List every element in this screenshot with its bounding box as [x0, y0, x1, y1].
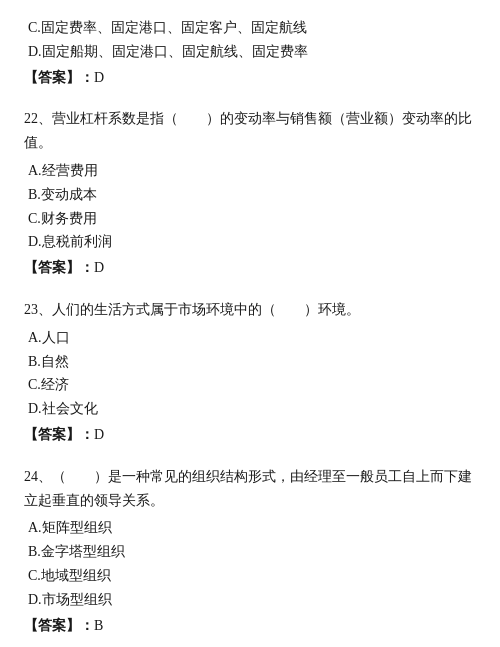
option-c-header: C.固定费率、固定港口、固定客户、固定航线	[28, 16, 476, 40]
answer-value-24: B	[94, 618, 103, 633]
option-23-b: B.自然	[28, 350, 476, 374]
answer-label-24: 【答案】：	[24, 618, 94, 633]
question-title-23: 23、人们的生活方式属于市场环境中的（ ）环境。	[24, 298, 476, 322]
answer-value-22: D	[94, 260, 104, 275]
answer-label-header: 【答案】：	[24, 70, 94, 85]
question-block-header: C.固定费率、固定港口、固定客户、固定航线 D.固定船期、固定港口、固定航线、固…	[24, 16, 476, 89]
option-24-b: B.金字塔型组织	[28, 540, 476, 564]
option-24-d: D.市场型组织	[28, 588, 476, 612]
answer-label-22: 【答案】：	[24, 260, 94, 275]
option-23-c: C.经济	[28, 373, 476, 397]
option-24-a: A.矩阵型组织	[28, 516, 476, 540]
option-22-b: B.变动成本	[28, 183, 476, 207]
answer-value-header: D	[94, 70, 104, 85]
answer-header: 【答案】：D	[24, 66, 476, 90]
answer-value-23: D	[94, 427, 104, 442]
option-23-a: A.人口	[28, 326, 476, 350]
answer-label-23: 【答案】：	[24, 427, 94, 442]
answer-23: 【答案】：D	[24, 423, 476, 447]
quiz-container: C.固定费率、固定港口、固定客户、固定航线 D.固定船期、固定港口、固定航线、固…	[24, 16, 476, 647]
option-22-a: A.经营费用	[28, 159, 476, 183]
question-title-22: 22、营业杠杆系数是指（ ）的变动率与销售额（营业额）变动率的比值。	[24, 107, 476, 155]
answer-24: 【答案】：B	[24, 614, 476, 638]
option-23-d: D.社会文化	[28, 397, 476, 421]
question-block-23: 23、人们的生活方式属于市场环境中的（ ）环境。 A.人口 B.自然 C.经济 …	[24, 298, 476, 447]
option-d-header: D.固定船期、固定港口、固定航线、固定费率	[28, 40, 476, 64]
option-24-c: C.地域型组织	[28, 564, 476, 588]
question-block-22: 22、营业杠杆系数是指（ ）的变动率与销售额（营业额）变动率的比值。 A.经营费…	[24, 107, 476, 280]
answer-22: 【答案】：D	[24, 256, 476, 280]
option-22-c: C.财务费用	[28, 207, 476, 231]
question-title-24: 24、（ ）是一种常见的组织结构形式，由经理至一般员工自上而下建立起垂直的领导关…	[24, 465, 476, 513]
option-22-d: D.息税前利润	[28, 230, 476, 254]
question-block-24: 24、（ ）是一种常见的组织结构形式，由经理至一般员工自上而下建立起垂直的领导关…	[24, 465, 476, 638]
